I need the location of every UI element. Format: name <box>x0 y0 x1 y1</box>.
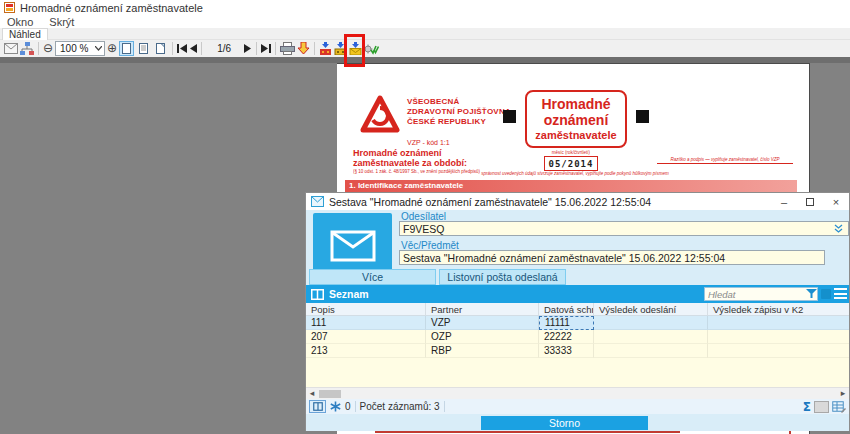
close-button[interactable]: × <box>823 193 849 210</box>
filter-funnel-icon[interactable] <box>806 289 817 299</box>
menubar: Okno Skrýt <box>0 15 850 28</box>
list-settings-icon[interactable] <box>821 289 831 299</box>
cell-datova-schranka[interactable]: 22222 <box>539 330 594 344</box>
page-view-facing-button[interactable] <box>153 41 168 56</box>
preview-toolbar: ⊖ 100 % ⊕ 1/6 <box>0 40 850 57</box>
cell-partner[interactable]: VZP <box>426 316 539 330</box>
organization-name: VŠEOBECNÁ ZDRAVOTNÍ POJIŠŤOVNA ČESKÉ REP… <box>407 97 511 127</box>
menu-okno[interactable]: Okno <box>7 16 33 28</box>
page-bottom-rule <box>375 431 680 433</box>
prev-page-button[interactable] <box>189 41 197 56</box>
list-menu-icon[interactable] <box>834 288 847 299</box>
table-row[interactable]: 213 RBP 33333 <box>306 344 849 358</box>
table-settings-icon[interactable] <box>832 401 846 413</box>
next-page-button[interactable] <box>244 41 252 56</box>
app-window: Hromadné oznámení zaměstnavatele Okno Sk… <box>0 0 850 434</box>
cell-partner[interactable]: RBP <box>426 344 539 358</box>
page-view-single-button[interactable] <box>119 41 134 56</box>
minimize-button[interactable]: – <box>771 193 797 210</box>
dialog-mail-icon <box>311 196 324 207</box>
send-email-button[interactable] <box>349 41 362 56</box>
zoom-level-combobox[interactable]: 100 % <box>55 41 105 56</box>
column-header-vysledek-odeslani[interactable]: Výsledek odeslání <box>594 303 708 315</box>
status-counter: 0 <box>345 401 351 412</box>
registration-mark <box>636 110 649 123</box>
envelope-icon <box>330 230 376 262</box>
sum-button[interactable]: Σ <box>803 400 811 414</box>
zoom-out-button[interactable]: ⊖ <box>43 41 53 56</box>
cell-datova-schranka[interactable]: 33333 <box>539 344 594 358</box>
vzp-logo <box>359 94 401 136</box>
asterisk-icon[interactable] <box>330 401 341 412</box>
cell-partner[interactable]: OZP <box>426 330 539 344</box>
column-header-vysledek-zapisu[interactable]: Výsledek zápisu v K2 <box>708 303 849 315</box>
print-button[interactable] <box>280 41 295 56</box>
menu-skryt[interactable]: Skrýt <box>49 16 74 28</box>
table-empty-area <box>306 358 849 387</box>
postal-mail-button[interactable]: Listovní pošta odeslaná <box>439 269 566 285</box>
table-row[interactable]: 111 VZP 11111 <box>306 316 849 330</box>
list-header: Seznam <box>306 285 849 303</box>
scroll-right-arrow[interactable]: ▸ <box>837 388 849 399</box>
columns-view-button[interactable] <box>309 400 326 413</box>
cell-vysledek-zapisu[interactable] <box>708 344 849 358</box>
cell-vysledek-odeslani[interactable] <box>594 316 708 330</box>
cell-vysledek-zapisu[interactable] <box>708 316 849 330</box>
status-separator <box>444 401 445 412</box>
form-code: VZP - kód 1:1 <box>407 139 450 146</box>
toolbar-separator <box>314 42 315 55</box>
cell-popis[interactable]: 207 <box>306 330 426 344</box>
scrollbar-thumb[interactable] <box>319 390 341 398</box>
dialog-statusbar: 0 Počet záznamů: 3 Σ <box>306 399 849 414</box>
cell-popis[interactable]: 213 <box>306 344 426 358</box>
horizontal-scrollbar[interactable]: ◂ ▸ <box>306 387 849 399</box>
signature-note: Razítko a podpis — vyplňuje zaměstnavate… <box>657 157 793 164</box>
dialog-title: Sestava "Hromadné oznámení zaměstnavatel… <box>329 196 771 208</box>
list-title: Seznam <box>329 288 369 300</box>
disabled-edit-button[interactable] <box>814 401 829 413</box>
toolbar-separator <box>275 42 276 55</box>
period-heading: Hromadné oznámení zaměstnavatele za obdo… <box>353 148 467 168</box>
column-header-popis[interactable]: Popis <box>306 303 426 315</box>
storno-button[interactable]: Storno <box>481 416 648 430</box>
mail-icon[interactable] <box>4 41 18 56</box>
sender-input[interactable] <box>399 221 849 236</box>
cell-vysledek-zapisu[interactable] <box>708 330 849 344</box>
maximize-button[interactable] <box>797 193 823 210</box>
cell-popis[interactable]: 111 <box>306 316 426 330</box>
column-header-datova-schranka[interactable]: Datová schránka <box>539 303 594 315</box>
tab-nahled[interactable]: Náhled <box>2 28 48 40</box>
page-view-text-button[interactable] <box>136 41 151 56</box>
tree-view-icon[interactable] <box>20 41 34 56</box>
table-header: Popis Partner Datová schránka Výsledek o… <box>306 303 849 316</box>
cell-datova-schranka-focused[interactable]: 11111 <box>539 316 594 330</box>
send-report-dialog: Sestava "Hromadné oznámení zaměstnavatel… <box>305 192 850 431</box>
titlebar: Hromadné oznámení zaměstnavatele <box>0 0 850 15</box>
chevron-down-icon <box>95 46 102 51</box>
last-page-button[interactable] <box>261 41 271 56</box>
registration-mark <box>503 110 516 123</box>
app-icon <box>4 2 15 13</box>
subject-input[interactable] <box>399 250 825 265</box>
toolbar-separator <box>172 42 173 55</box>
zoom-level-value: 100 % <box>60 43 88 54</box>
export-print-manager-icon[interactable] <box>319 41 332 56</box>
double-chevron-down-icon[interactable] <box>834 224 843 233</box>
export-button[interactable] <box>297 41 310 56</box>
more-button[interactable]: Více <box>309 269 436 285</box>
period-hint: měsíc (rok/čtvrtletí) <box>541 150 601 155</box>
cell-vysledek-odeslani[interactable] <box>594 330 708 344</box>
column-header-partner[interactable]: Partner <box>426 303 539 315</box>
scroll-left-arrow[interactable]: ◂ <box>306 388 318 399</box>
search-input[interactable] <box>704 287 818 301</box>
first-page-button[interactable] <box>177 41 187 56</box>
toolbar-separator <box>201 42 202 55</box>
dialog-body: Odesílatel Věc/Předmět Více Listovní poš… <box>306 210 849 431</box>
export-archive-icon[interactable] <box>334 41 347 56</box>
table-row[interactable]: 207 OZP 22222 <box>306 330 849 344</box>
cell-vysledek-odeslani[interactable] <box>594 344 708 358</box>
actions-settings-icon[interactable] <box>364 41 379 56</box>
zoom-in-button[interactable]: ⊕ <box>107 41 117 56</box>
section-1-banner: 1. Identifikace zaměstnavatele <box>345 180 797 192</box>
toolbar-separator <box>256 42 257 55</box>
